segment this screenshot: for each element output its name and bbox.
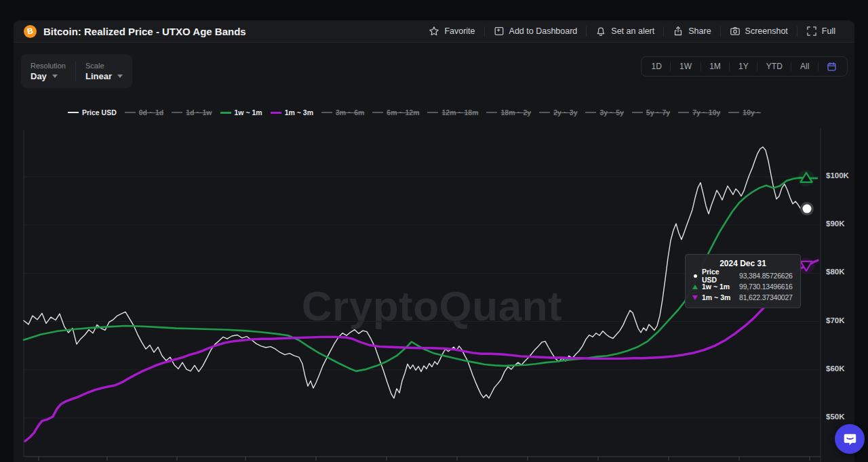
tooltip-series-value: 93,384.85726626: [739, 272, 793, 280]
tooltip-row: Price USD93,384.85726626: [692, 270, 794, 281]
legend-label: 0d ~ 1d: [139, 108, 163, 117]
legend: Price USD0d ~ 1d1d ~ 1w1w ~ 1m1m ~ 3m3m …: [68, 108, 761, 117]
legend-item-10y[interactable]: 10y ~: [728, 108, 761, 117]
legend-swatch: [321, 112, 332, 113]
legend-item-price-usd[interactable]: Price USD: [68, 108, 117, 117]
triangle-up-icon: [692, 285, 698, 289]
bell-icon: [595, 26, 606, 37]
chat-launcher-button[interactable]: [835, 424, 865, 454]
tooltip-date: 2024 Dec 31: [692, 259, 794, 268]
y-axis-label: $50K: [826, 413, 845, 421]
legend-swatch: [68, 112, 79, 113]
legend-swatch: [539, 112, 550, 113]
screenshot-label: Screenshot: [745, 26, 788, 36]
legend-item-2y-3y[interactable]: 2y ~ 3y: [539, 108, 577, 117]
legend-item-5y-7y[interactable]: 5y ~ 7y: [632, 108, 670, 117]
cryptoquant-chart-page: B Bitcoin: Realized Price - UTXO Age Ban…: [0, 0, 868, 462]
legend-swatch: [271, 112, 281, 114]
tooltip-row: 1m ~ 3m81,622.37340027: [692, 292, 794, 303]
fullscreen-icon: [806, 26, 817, 37]
y-axis-label: $60K: [826, 364, 845, 373]
tooltip-series-value: 99,730.13496616: [739, 282, 793, 291]
star-icon: [429, 26, 439, 37]
tooltip-rows: Price USD93,384.857266261w ~ 1m99,730.13…: [692, 270, 794, 303]
legend-label: 6m ~ 12m: [387, 108, 419, 117]
legend-label: 1m ~ 3m: [285, 108, 313, 117]
price-end-marker-dot: [803, 205, 812, 213]
favorite-button[interactable]: Favorite: [420, 26, 484, 37]
tooltip-series-label: Price USD: [702, 268, 736, 284]
share-button[interactable]: Share: [664, 26, 719, 37]
chart-header: B Bitcoin: Realized Price - UTXO Age Ban…: [14, 20, 854, 43]
y-axis-label: $100K: [826, 171, 849, 180]
set-alert-button[interactable]: Set an alert: [587, 26, 663, 37]
timeframe-1w[interactable]: 1W: [671, 62, 700, 71]
legend-item-1w-1m[interactable]: 1w ~ 1m: [220, 108, 262, 117]
legend-swatch: [220, 112, 231, 114]
legend-label: 1d ~ 1w: [186, 108, 212, 117]
legend-item-6m-12m[interactable]: 6m ~ 12m: [372, 108, 419, 117]
legend-item-3m-6m[interactable]: 3m ~ 6m: [321, 108, 364, 117]
resolution-dropdown[interactable]: Resolution Day: [21, 58, 75, 85]
legend-label: 3y ~ 5y: [599, 108, 623, 117]
legend-swatch: [125, 112, 136, 113]
legend-item-7y-10y[interactable]: 7y ~ 10y: [678, 108, 720, 117]
timeframe-1m[interactable]: 1M: [701, 62, 730, 71]
bitcoin-icon: B: [24, 25, 37, 38]
resolution-label: Resolution: [31, 62, 66, 70]
dashboard-add-icon: [494, 26, 505, 37]
fullscreen-label: Full: [822, 26, 835, 36]
legend-swatch: [427, 112, 438, 113]
legend-item-1d-1w[interactable]: 1d ~ 1w: [172, 108, 212, 117]
legend-swatch: [585, 112, 596, 113]
share-icon: [673, 26, 684, 37]
legend-swatch: [372, 112, 383, 113]
screenshot-button[interactable]: Screenshot: [721, 26, 797, 37]
calendar-button[interactable]: [818, 62, 846, 72]
legend-item-1m-3m[interactable]: 1m ~ 3m: [271, 108, 313, 117]
legend-swatch: [486, 112, 497, 113]
resolution-scale-box: Resolution Day Scale Linear: [21, 54, 132, 88]
legend-item-3y-5y[interactable]: 3y ~ 5y: [585, 108, 623, 117]
y-axis-label: $80K: [826, 268, 845, 276]
header-actions: Favorite Add to Dashboard Set an alert S…: [420, 26, 844, 37]
timeframe-1y[interactable]: 1Y: [730, 62, 757, 71]
chart-tooltip: 2024 Dec 31 Price USD93,384.857266261w ~…: [685, 254, 801, 308]
legend-item-18m-2y[interactable]: 18m ~ 2y: [486, 108, 531, 117]
chart-title: Bitcoin: Realized Price - UTXO Age Bands: [43, 26, 246, 37]
legend-label: 3m ~ 6m: [336, 108, 364, 117]
scale-value: Linear: [85, 71, 112, 81]
legend-item-12m-18m[interactable]: 12m ~ 18m: [427, 108, 478, 117]
chevron-down-icon: [117, 75, 123, 78]
legend-swatch: [172, 112, 182, 113]
tooltip-series-label: 1w ~ 1m: [702, 282, 736, 291]
tooltip-series-label: 1m ~ 3m: [702, 293, 736, 301]
legend-swatch: [728, 112, 739, 113]
set-alert-label: Set an alert: [611, 26, 654, 36]
scale-label: Scale: [85, 62, 123, 70]
timeframe-1d[interactable]: 1D: [643, 62, 670, 71]
tooltip-row: 1w ~ 1m99,730.13496616: [692, 281, 794, 292]
resolution-value: Day: [31, 71, 47, 81]
share-label: Share: [688, 26, 711, 36]
timeframe-ytd[interactable]: YTD: [757, 62, 791, 71]
add-to-dashboard-label: Add to Dashboard: [509, 26, 578, 36]
y-axis-label: $70K: [826, 316, 845, 324]
legend-label: 18m ~ 2y: [500, 108, 531, 117]
dot-icon: [692, 274, 698, 278]
legend-swatch: [678, 112, 689, 113]
legend-label: 7y ~ 10y: [692, 108, 720, 117]
camera-icon: [730, 26, 741, 37]
tooltip-series-value: 81,622.37340027: [739, 293, 793, 301]
scale-dropdown[interactable]: Scale Linear: [76, 58, 132, 85]
timeframe-all[interactable]: All: [791, 62, 817, 71]
triangle-down-icon: [692, 295, 698, 300]
legend-label: 5y ~ 7y: [646, 108, 670, 117]
legend-label: 10y ~: [743, 108, 761, 117]
add-to-dashboard-button[interactable]: Add to Dashboard: [485, 26, 587, 37]
fullscreen-button[interactable]: Full: [797, 26, 844, 37]
legend-item-0d-1d[interactable]: 0d ~ 1d: [125, 108, 163, 117]
legend-label: 1w ~ 1m: [235, 108, 262, 117]
timeframe-group: 1D1W1M1YYTDAll: [641, 56, 848, 77]
chat-bubble-icon: [843, 432, 857, 446]
